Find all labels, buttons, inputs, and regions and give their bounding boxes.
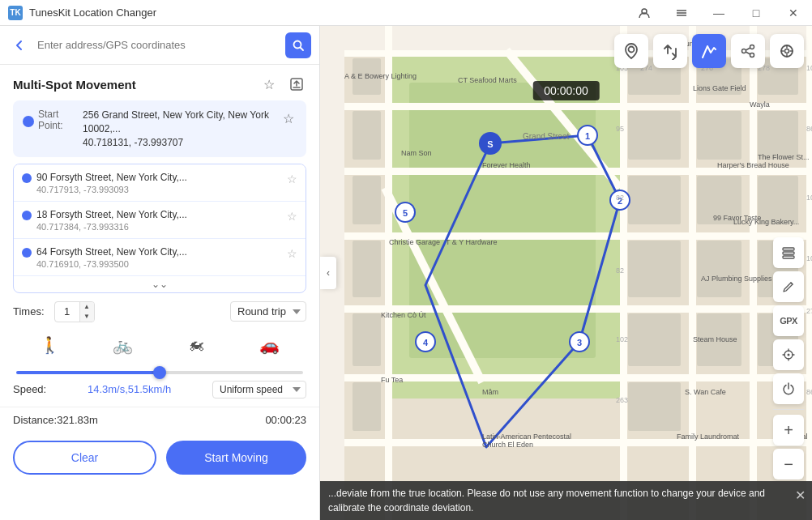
- times-value: 1: [55, 304, 79, 319]
- joystick-tool-button[interactable]: [770, 34, 804, 68]
- layers-button[interactable]: [773, 237, 804, 268]
- left-panel: Multi-Spot Movement ☆ Start Point:: [0, 26, 320, 520]
- wp-coords-3: 40.716910, -73.993500: [36, 259, 282, 269]
- zoom-out-button[interactable]: −: [773, 449, 804, 480]
- map-toolbar: [614, 34, 804, 68]
- expand-waypoints-button[interactable]: ⌄⌄: [14, 276, 306, 292]
- svg-text:Latin-American Pentecostal: Latin-American Pentecostal: [482, 433, 571, 441]
- svg-rect-36: [628, 241, 681, 297]
- svg-text:AJ Plumbing Supplies: AJ Plumbing Supplies: [701, 275, 772, 283]
- gpx-button[interactable]: GPX: [773, 305, 804, 336]
- times-input: 1 ▲ ▼: [54, 301, 95, 322]
- svg-text:Mâm: Mâm: [482, 388, 498, 396]
- svg-text:S. Wan Cafe: S. Wan Cafe: [685, 388, 726, 396]
- motorcycle-button[interactable]: 🏍: [176, 330, 216, 360]
- svg-rect-37: [628, 313, 681, 366]
- close-button[interactable]: ✕: [775, 0, 812, 26]
- svg-text:Fu Tea: Fu Tea: [381, 376, 403, 384]
- location-pin-tool-button[interactable]: [614, 34, 648, 68]
- svg-text:CT Seafood Marts: CT Seafood Marts: [458, 76, 517, 84]
- wp-star-3[interactable]: ☆: [287, 247, 297, 260]
- svg-text:The Flower St...: The Flower St...: [758, 153, 810, 161]
- svg-rect-112: [783, 248, 794, 250]
- titlebar: TK TunesKit Location Changer — □ ✕: [0, 0, 812, 26]
- svg-text:95: 95: [616, 125, 624, 133]
- times-arrows: ▲ ▼: [79, 302, 94, 322]
- wp-dot-2: [22, 211, 32, 220]
- menu-button[interactable]: [663, 0, 700, 26]
- start-star-icon[interactable]: ☆: [280, 109, 297, 128]
- notification-close-button[interactable]: ✕: [795, 486, 806, 505]
- svg-rect-46: [758, 176, 798, 224]
- main-layout: Multi-Spot Movement ☆ Start Point:: [0, 26, 812, 520]
- panel-header-icons: ☆: [259, 75, 306, 94]
- map-edit-button[interactable]: [773, 271, 804, 302]
- svg-text:82: 82: [616, 194, 624, 202]
- star-icon-header[interactable]: ☆: [259, 75, 279, 94]
- start-moving-button[interactable]: Start Moving: [166, 441, 306, 475]
- search-bar: [0, 26, 319, 65]
- back-button[interactable]: [8, 34, 31, 57]
- speed-slider[interactable]: [16, 371, 303, 374]
- svg-text:Harper's Bread House: Harper's Bread House: [717, 161, 789, 169]
- notification-text: ...deviate from the true location. Pleas…: [328, 488, 765, 514]
- start-dot: [23, 116, 34, 127]
- start-label: Start Point:: [38, 109, 78, 131]
- svg-rect-114: [783, 256, 794, 258]
- zoom-in-button[interactable]: +: [773, 415, 804, 445]
- times-up-button[interactable]: ▲: [79, 302, 94, 312]
- svg-text:105: 105: [806, 194, 812, 202]
- collapse-panel-button[interactable]: ‹: [320, 257, 336, 289]
- search-input[interactable]: [37, 39, 279, 51]
- svg-rect-38: [628, 382, 681, 431]
- bicycle-button[interactable]: 🚲: [103, 330, 143, 360]
- waypoints-list: 90 Forsyth Street, New York City,... 40.…: [13, 164, 306, 292]
- transport-row: 🚶 🚲 🏍 🚗: [13, 330, 306, 360]
- notification-bar: ...deviate from the true location. Pleas…: [320, 481, 812, 520]
- timer-display: 00:00:00: [532, 81, 600, 100]
- minimize-button[interactable]: —: [700, 0, 737, 26]
- walk-button[interactable]: 🚶: [29, 330, 70, 360]
- center-map-button[interactable]: [773, 339, 804, 370]
- svg-rect-22: [689, 26, 696, 520]
- power-button[interactable]: [773, 373, 804, 404]
- svg-point-103: [750, 53, 754, 58]
- action-buttons: Clear Start Moving: [0, 433, 319, 488]
- window-controls: — □ ✕: [626, 0, 812, 26]
- swap-tool-button[interactable]: [653, 34, 687, 68]
- search-button[interactable]: [285, 32, 311, 58]
- nodes-tool-button[interactable]: [731, 34, 765, 68]
- svg-text:4: 4: [423, 338, 429, 347]
- speed-label: Speed:: [13, 383, 46, 395]
- route-tool-button[interactable]: [692, 34, 726, 68]
- app-logo: TK: [8, 6, 23, 20]
- map-area[interactable]: S 1 2 3 4 5 Grand Street A & E Bowery Li…: [320, 26, 812, 520]
- car-button[interactable]: 🚗: [250, 330, 290, 360]
- speed-mode-select[interactable]: Uniform speed Random speed: [212, 381, 306, 399]
- svg-text:Family Laundromat: Family Laundromat: [677, 433, 740, 441]
- speed-row: Speed: 14.3m/s,51.5km/h Uniform speed Ra…: [13, 381, 306, 399]
- clear-button[interactable]: Clear: [13, 441, 156, 475]
- wp-star-1[interactable]: ☆: [287, 173, 297, 185]
- svg-rect-20: [385, 26, 392, 520]
- wp-coords-1: 40.717913, -73.993093: [36, 185, 282, 194]
- waypoint-item: 18 Forsyth Street, New York City,... 40.…: [14, 202, 306, 239]
- svg-rect-113: [783, 252, 794, 254]
- round-trip-select[interactable]: Round trip One way Loop: [230, 301, 306, 322]
- svg-rect-24: [806, 26, 812, 520]
- controls-section: Times: 1 ▲ ▼ Round trip One way Loop 🚶: [0, 293, 319, 403]
- time-display: 00:00:23: [265, 414, 306, 426]
- wp-text-2: 18 Forsyth Street, New York City,... 40.…: [36, 208, 282, 232]
- svg-line-5: [301, 47, 304, 50]
- export-icon[interactable]: [287, 75, 306, 94]
- maximize-button[interactable]: □: [737, 0, 775, 26]
- svg-text:Steam House: Steam House: [693, 335, 737, 343]
- svg-text:S: S: [487, 139, 493, 149]
- wp-star-2[interactable]: ☆: [287, 210, 297, 223]
- times-down-button[interactable]: ▼: [79, 312, 94, 322]
- svg-text:1026: 1026: [806, 64, 812, 72]
- user-button[interactable]: [626, 0, 663, 26]
- chevron-down-icon: ⌄⌄: [152, 279, 168, 290]
- svg-rect-40: [697, 111, 741, 160]
- svg-rect-32: [353, 382, 381, 431]
